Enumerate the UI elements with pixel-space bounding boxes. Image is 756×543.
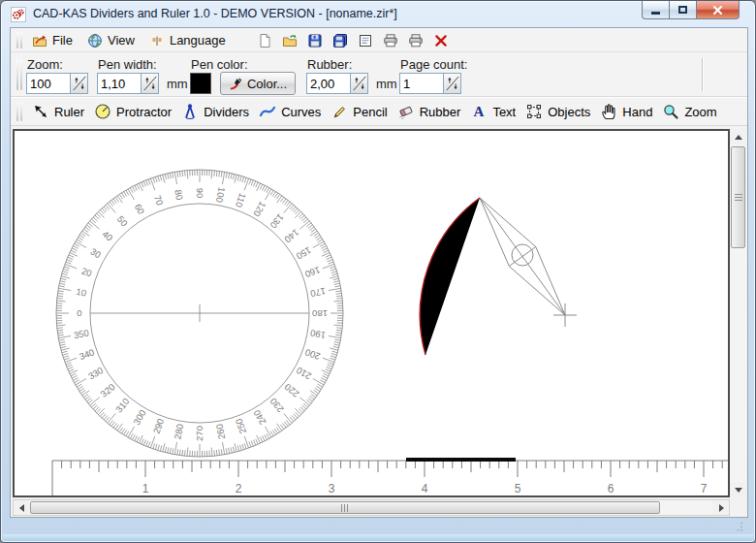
tool-dividers[interactable]: Dividers (181, 103, 249, 120)
canvas-drawing[interactable]: 0102030405060708090100110120130140150160… (15, 131, 728, 495)
save-as-button[interactable] (330, 30, 351, 51)
page-count-value[interactable] (400, 74, 443, 93)
menu-language[interactable]: Language (149, 33, 226, 48)
tool-ruler-label: Ruler (54, 105, 84, 119)
new-file-icon (257, 33, 272, 48)
options-button[interactable] (355, 30, 376, 51)
scroll-left-button[interactable] (14, 500, 29, 515)
tool-objects[interactable]: Objects (525, 103, 590, 120)
horizontal-scrollbar-thumb[interactable] (30, 501, 660, 514)
pen-width-input[interactable] (97, 73, 159, 94)
eraser-icon (397, 103, 415, 120)
drawing-canvas[interactable]: 0102030405060708090100110120130140150160… (13, 129, 730, 497)
svg-text:3: 3 (329, 482, 335, 495)
rubber-input[interactable] (306, 73, 368, 94)
arrow-left-icon (19, 504, 24, 512)
tool-protractor[interactable]: Protractor (94, 103, 172, 120)
menu-view[interactable]: View (87, 33, 135, 48)
svg-text:100: 100 (214, 186, 228, 204)
dividers-arc (420, 198, 480, 355)
svg-text:110: 110 (234, 192, 249, 209)
scroll-up-button[interactable] (730, 129, 746, 144)
svg-text:320: 320 (98, 381, 116, 399)
dividers-object[interactable] (480, 198, 577, 327)
svg-text:340: 340 (78, 346, 96, 362)
pen-color-button[interactable]: Color... (220, 72, 296, 95)
pen-width-unit: mm (167, 77, 188, 91)
tool-text-label: Text (492, 105, 516, 119)
tool-zoom[interactable]: Zoom (662, 103, 716, 120)
maximize-button[interactable] (670, 1, 697, 19)
vertical-scrollbar-thumb[interactable] (731, 146, 745, 248)
rubber-spinner[interactable] (350, 74, 367, 93)
menu-toolbar: File View Language (11, 29, 747, 52)
pen-width-field: Pen width: (97, 52, 161, 96)
minimize-button[interactable] (642, 1, 670, 19)
tool-objects-label: Objects (548, 105, 590, 119)
toolbar-grip[interactable] (16, 32, 24, 48)
toolbar-grip[interactable] (16, 59, 24, 90)
menu-file-label: File (52, 33, 73, 48)
save-button[interactable] (304, 30, 326, 51)
book-icon (149, 33, 165, 48)
svg-text:250: 250 (233, 417, 248, 435)
app-window: CAD-KAS Dividers and Ruler 1.0 - DEMO VE… (0, 0, 756, 543)
page-count-spinner[interactable] (443, 74, 460, 93)
zoom-input[interactable] (26, 73, 88, 94)
toolbar-separator (702, 58, 704, 91)
open-file-button[interactable] (279, 30, 300, 51)
svg-text:10: 10 (76, 286, 87, 299)
window-title: CAD-KAS Dividers and Ruler 1.0 - DEMO VE… (33, 1, 397, 28)
arrow-right-icon (719, 504, 724, 512)
new-file-button[interactable] (254, 30, 275, 51)
menu-file[interactable]: File (32, 33, 73, 48)
toolbar-grip[interactable] (16, 102, 24, 121)
resize-grip-icon[interactable] (733, 522, 744, 533)
horizontal-scrollbar[interactable] (13, 499, 730, 516)
print-setup-button[interactable] (405, 30, 426, 51)
protractor-object[interactable]: 0102030405060708090100110120130140150160… (56, 170, 343, 457)
close-button[interactable] (697, 1, 740, 19)
scroll-down-button[interactable] (730, 482, 746, 497)
svg-text:150: 150 (295, 244, 313, 261)
tool-pencil-label: Pencil (353, 105, 387, 119)
svg-text:90: 90 (195, 188, 205, 199)
svg-text:2: 2 (236, 482, 242, 495)
tool-ruler[interactable]: Ruler (32, 103, 84, 120)
tool-hand[interactable]: Hand (600, 103, 652, 120)
page-count-input[interactable] (399, 73, 461, 94)
svg-text:180: 180 (312, 308, 328, 319)
selection-handles-icon (525, 103, 543, 120)
exit-button[interactable] (430, 30, 452, 51)
tool-curves[interactable]: Curves (259, 103, 321, 120)
svg-text:140: 140 (282, 227, 300, 245)
rubber-value[interactable] (307, 74, 350, 93)
tool-rubber-label: Rubber (420, 105, 461, 119)
svg-text:6: 6 (608, 482, 614, 495)
spinner-updown-icon (445, 75, 460, 92)
tool-pencil[interactable]: Pencil (331, 103, 387, 120)
window-controls (642, 1, 740, 19)
tool-rubber[interactable]: Rubber (397, 103, 461, 120)
menu-view-label: View (108, 33, 135, 48)
svg-text:290: 290 (151, 417, 167, 435)
tool-text[interactable]: A Text (470, 103, 516, 120)
spinner-updown-icon (142, 75, 158, 92)
pen-color-field: Pen color: Color... (190, 52, 306, 96)
svg-text:30: 30 (88, 245, 103, 260)
pen-color-swatch (190, 73, 211, 94)
svg-text:190: 190 (309, 328, 327, 341)
scroll-right-button[interactable] (713, 500, 729, 515)
svg-text:310: 310 (113, 396, 132, 414)
print-button[interactable] (380, 30, 401, 51)
rubber-unit: mm (376, 77, 397, 91)
zoom-value[interactable] (27, 74, 70, 93)
svg-text:160: 160 (303, 265, 322, 280)
curve-icon (259, 103, 276, 120)
pen-width-value[interactable] (98, 74, 141, 93)
vertical-scrollbar[interactable] (730, 129, 746, 497)
title-bar[interactable]: CAD-KAS Dividers and Ruler 1.0 - DEMO VE… (1, 1, 755, 28)
pen-width-spinner[interactable] (141, 74, 158, 93)
zoom-spinner[interactable] (70, 74, 87, 93)
ruler-object[interactable]: 1234567 (52, 461, 728, 495)
